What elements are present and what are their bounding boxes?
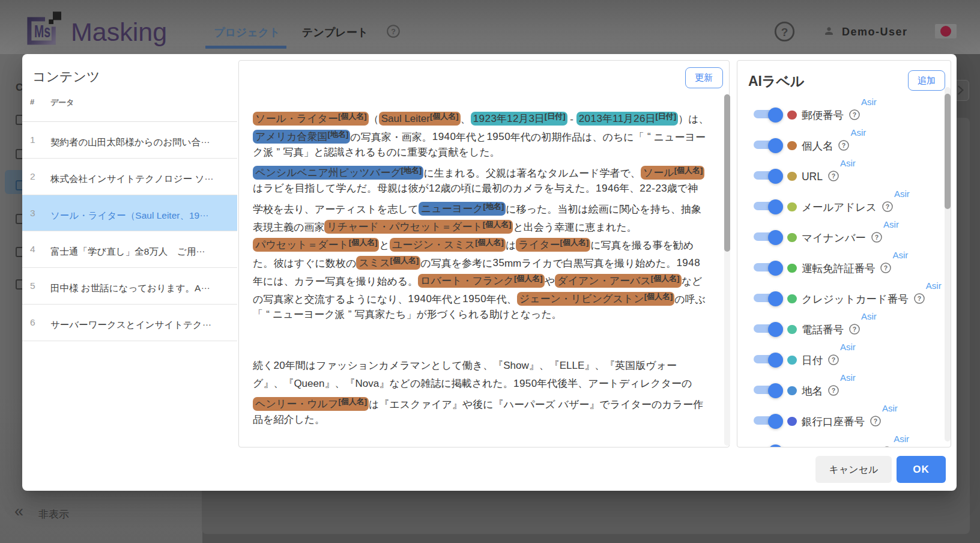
svg-text:?: ? (781, 26, 788, 38)
svg-text:?: ? (853, 326, 856, 333)
svg-text:?: ? (391, 28, 396, 36)
svg-text:?: ? (875, 234, 879, 241)
svg-text:?: ? (832, 356, 835, 363)
svg-text:?: ? (884, 264, 888, 272)
svg-text:?: ? (842, 142, 845, 149)
svg-text:?: ? (874, 417, 877, 425)
svg-text:Ms: Ms (34, 22, 50, 41)
svg-text:?: ? (832, 387, 835, 394)
svg-text:?: ? (853, 111, 856, 118)
svg-text:?: ? (886, 203, 889, 210)
svg-text:?: ? (918, 295, 921, 302)
svg-text:?: ? (832, 172, 835, 180)
